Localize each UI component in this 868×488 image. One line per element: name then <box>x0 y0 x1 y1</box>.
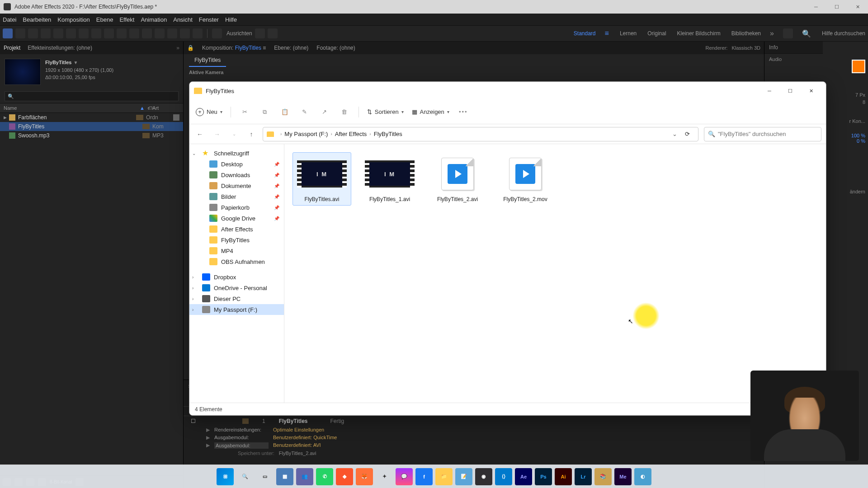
col-name[interactable]: Name <box>4 105 140 111</box>
address-bar[interactable]: › My Passport (F:) › After Effects › Fly… <box>263 127 698 141</box>
menu-ansicht[interactable]: Ansicht <box>173 16 193 23</box>
view-button[interactable]: ▦ Anzeigen ▾ <box>412 108 449 115</box>
addr-seg-folder[interactable]: FlyByTitles <box>374 131 402 137</box>
sidebar-ae-folder[interactable]: After Effects <box>189 224 284 235</box>
menu-komposition[interactable]: Komposition <box>57 16 90 23</box>
obs-icon[interactable]: ◉ <box>475 468 492 485</box>
rotate-tool-icon[interactable] <box>66 28 76 38</box>
layer-viewer-tab[interactable]: Ebene: (ohne) <box>274 45 308 51</box>
menu-hilfe[interactable]: Hilfe <box>225 16 237 23</box>
sidebar-obs[interactable]: OBS Aufnahmen <box>189 256 284 267</box>
explorer-close-button[interactable]: ✕ <box>801 82 821 100</box>
file-item[interactable]: FlyByTitles_2.mov <box>496 152 555 206</box>
copy-icon[interactable]: ⧉ <box>259 106 271 118</box>
lock-icon[interactable]: 🔒 <box>187 45 194 51</box>
whatsapp-icon[interactable]: ✆ <box>316 468 333 485</box>
sidebar-desktop[interactable]: Desktop📌 <box>189 159 284 169</box>
renderer-value[interactable]: Klassisch 3D <box>731 45 760 51</box>
lightroom-icon[interactable]: Lr <box>575 468 592 485</box>
new-button[interactable]: + Neu ▾ <box>196 108 222 116</box>
addr-seg-drive[interactable]: My Passport (F:) <box>284 131 328 137</box>
snap-icon[interactable] <box>212 28 222 38</box>
footage-viewer-tab[interactable]: Footage: (ohne) <box>316 45 355 51</box>
share-icon[interactable]: ↗ <box>319 106 330 118</box>
app-icon[interactable]: ✦ <box>376 468 393 485</box>
zoom-tool-icon[interactable] <box>41 28 51 38</box>
sidebar-trash[interactable]: Papierkorb📌 <box>189 202 284 213</box>
roto-tool-icon[interactable] <box>180 28 190 38</box>
nav-back-button[interactable]: ← <box>194 128 206 140</box>
project-tab[interactable]: Projekt <box>4 45 20 51</box>
project-item-folder[interactable]: ▶ Farbflächen Ordn <box>0 113 183 122</box>
snap-opt2-icon[interactable] <box>268 28 278 38</box>
menu-datei[interactable]: Datei <box>3 16 16 23</box>
workspace-menu-icon[interactable] <box>783 28 793 38</box>
explorer-search-input[interactable] <box>718 131 817 137</box>
project-search-input[interactable] <box>5 91 179 101</box>
render-item-row[interactable]: ☐ 1 FlyByTitles Fertig <box>184 416 764 426</box>
menu-effekt[interactable]: Effekt <box>119 16 134 23</box>
camera-tool-icon[interactable] <box>79 28 89 38</box>
workspace-bib[interactable]: Bibliotheken <box>731 30 761 37</box>
teams-icon[interactable]: 👥 <box>296 468 313 485</box>
paste-icon[interactable]: 📋 <box>279 106 291 118</box>
brush-tool-icon[interactable] <box>142 28 152 38</box>
comp-breadcrumb[interactable]: FlyByTitles <box>189 54 226 67</box>
explorer-content[interactable]: I M FlyByTitles.avi I M FlyByTitles_1.av… <box>284 144 826 403</box>
widgets-icon[interactable]: ▦ <box>276 468 293 485</box>
search-taskbar-icon[interactable]: 🔍 <box>236 468 254 485</box>
nav-forward-button[interactable]: → <box>211 128 223 140</box>
menu-bearbeiten[interactable]: Bearbeiten <box>23 16 51 23</box>
file-item[interactable]: I M FlyByTitles_1.avi <box>360 152 419 206</box>
pen-tool-icon[interactable] <box>117 28 127 38</box>
more-icon[interactable]: ••• <box>458 106 469 118</box>
save-as-value[interactable]: FlyByTitles_2.avi <box>279 450 316 456</box>
home-tool-icon[interactable] <box>3 28 13 38</box>
firefox-icon[interactable]: 🦊 <box>356 468 373 485</box>
ae-minimize-button[interactable]: ─ <box>806 0 826 14</box>
photoshop-icon[interactable]: Ps <box>535 468 552 485</box>
addr-dropdown-icon[interactable]: ⌄ <box>672 131 677 137</box>
cut-icon[interactable]: ✂ <box>239 106 251 118</box>
output-module-value-1[interactable]: Benutzerdefiniert: QuickTime <box>273 435 337 441</box>
shape-tool-icon[interactable] <box>104 28 114 38</box>
menu-animation[interactable]: Animation <box>141 16 167 23</box>
ausrichten-label[interactable]: Ausrichten <box>226 30 252 37</box>
file-item[interactable]: FlyByTitles_2.avi <box>428 152 487 206</box>
output-module-value-2[interactable]: Benutzerdefiniert: AVI <box>273 442 321 449</box>
sidebar-pictures[interactable]: Bilder📌 <box>189 191 284 202</box>
sidebar-this-pc[interactable]: ›Dieser PC <box>189 293 284 304</box>
menu-ebene[interactable]: Ebene <box>96 16 113 23</box>
after-effects-icon[interactable]: Ae <box>515 468 532 485</box>
explorer-taskbar-icon[interactable]: 📁 <box>435 468 453 485</box>
sidebar-flybytitles[interactable]: FlyByTitles <box>189 235 284 245</box>
messenger-icon[interactable]: 💬 <box>396 468 413 485</box>
workspace-lernen[interactable]: Lernen <box>620 30 637 37</box>
refresh-icon[interactable]: ⟳ <box>680 131 694 137</box>
sidebar-quick-access[interactable]: ⌄★Schnellzugriff <box>189 148 284 159</box>
ae-close-button[interactable]: ✕ <box>847 0 868 14</box>
clone-tool-icon[interactable] <box>155 28 165 38</box>
nav-recent-button[interactable]: ⌄ <box>228 128 240 140</box>
selection-tool-icon[interactable] <box>15 28 25 38</box>
puppet-tool-icon[interactable] <box>193 28 203 38</box>
pan-tool-icon[interactable] <box>91 28 101 38</box>
facebook-icon[interactable]: f <box>415 468 433 485</box>
app2-icon[interactable]: 📚 <box>594 468 612 485</box>
text-tool-icon[interactable] <box>129 28 139 38</box>
notepad-icon[interactable]: 📝 <box>455 468 472 485</box>
explorer-minimize-button[interactable]: ─ <box>759 82 780 100</box>
hand-tool-icon[interactable] <box>28 28 38 38</box>
task-view-icon[interactable]: ▭ <box>256 468 274 485</box>
workspace-original[interactable]: Original <box>647 30 666 37</box>
app3-icon[interactable]: ◐ <box>634 468 651 485</box>
workspace-standard[interactable]: Standard <box>574 30 596 37</box>
workspace-klein[interactable]: Kleiner Bildschirm <box>677 30 721 37</box>
brave-icon[interactable]: ◆ <box>336 468 353 485</box>
sidebar-downloads[interactable]: Downloads📌 <box>189 169 284 180</box>
info-panel-tab[interactable]: Info <box>764 42 868 53</box>
rename-icon[interactable]: ✎ <box>299 106 311 118</box>
addr-seg-ae[interactable]: After Effects <box>335 131 367 137</box>
eraser-tool-icon[interactable] <box>167 28 177 38</box>
snap-opt-icon[interactable] <box>255 28 265 38</box>
